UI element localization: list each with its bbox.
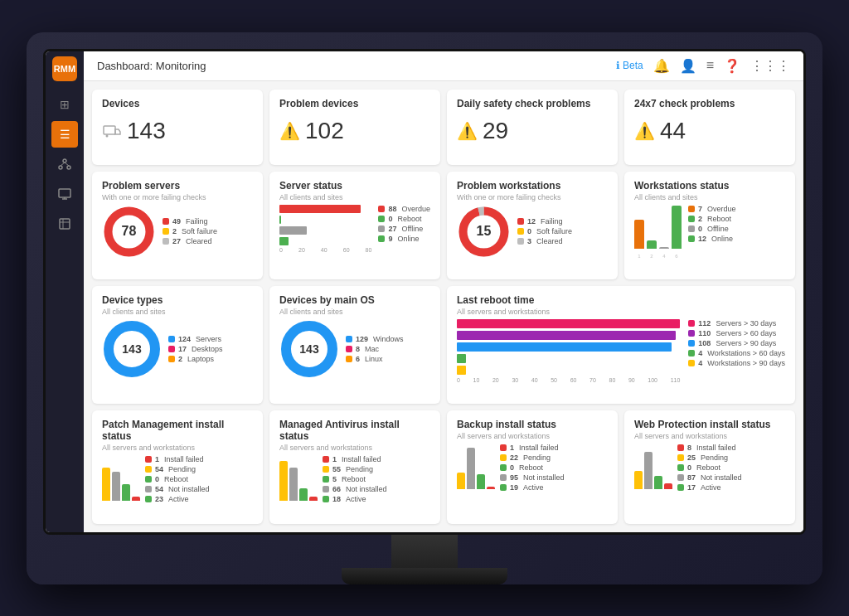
legend-dot-bk-failed: [500, 444, 507, 451]
backup-card[interactable]: Backup install status All servers and wo…: [447, 410, 618, 524]
svg-rect-8: [60, 219, 70, 229]
legend-dot-laptops: [168, 356, 175, 362]
stat-card-problem-devices[interactable]: Problem devices ⚠️ 102: [269, 90, 440, 165]
legend-wp-pending: 25Pending: [677, 454, 742, 462]
legend-dot-ws-60: [688, 350, 695, 357]
svg-rect-5: [59, 189, 70, 197]
antivirus-bar-failed: [309, 497, 318, 501]
vbar-online: [672, 206, 682, 249]
legend-av-not-installed: 66Not installed: [323, 485, 387, 493]
last-reboot-legend: 112Servers > 30 days 110Servers > 60 day…: [688, 319, 785, 383]
antivirus-subtitle: All servers and workstations: [279, 444, 430, 452]
antivirus-card[interactable]: Managed Antivirus install status All ser…: [269, 410, 440, 524]
problem-servers-card[interactable]: Problem servers With one or more failing…: [92, 172, 263, 279]
legend-dot-servers-30: [688, 320, 695, 327]
devices-main-os-card[interactable]: Devices by main OS All clients and sites…: [269, 286, 440, 404]
sidebar-icon-active[interactable]: ☰: [51, 121, 78, 148]
legend-ws-60: 4Workstations > 60 days: [688, 349, 785, 357]
sidebar-icon-network[interactable]: [51, 151, 78, 177]
legend-dot-servers-60: [688, 330, 695, 337]
last-reboot-title: Last reboot time: [457, 294, 785, 306]
sidebar-icon-monitor[interactable]: [51, 181, 78, 207]
legend-dot-bk-pending: [500, 454, 507, 461]
workstations-status-chart: 1 2 4 6 7Overdue: [634, 205, 785, 259]
server-bar-online-fill: [279, 237, 289, 245]
device-types-legend: 124Servers 17Desktops 2Laptops: [168, 335, 223, 363]
problem-servers-donut: 78: [102, 205, 156, 259]
legend-dot-ws-failing: [517, 218, 524, 225]
patch-bar-not-installed: [112, 472, 120, 501]
device-types-subtitle: All clients and sites: [102, 308, 253, 316]
device-types-card[interactable]: Device types All clients and sites 143: [92, 286, 263, 404]
problem-workstations-chart: 15 12Failing 0Soft failure: [457, 205, 608, 259]
menu-icon[interactable]: ≡: [706, 58, 714, 73]
app-layout: RMM ⊞ ☰ Dashboard: Monitoring: [46, 51, 803, 532]
grid-icon[interactable]: ⋮⋮⋮: [750, 58, 790, 74]
sidebar-icon-dashboard[interactable]: ⊞: [51, 91, 78, 118]
user-icon[interactable]: 👤: [680, 58, 696, 74]
legend-wp-reboot: 0Reboot: [677, 463, 742, 472]
server-bar-online: [279, 237, 371, 245]
reboot-bar-4: [457, 354, 680, 363]
devices-main-os-subtitle: All clients and sites: [279, 308, 430, 316]
last-reboot-card[interactable]: Last reboot time All servers and worksta…: [447, 286, 795, 404]
monitor-screen: RMM ⊞ ☰ Dashboard: Monitoring: [43, 49, 806, 535]
legend-dot-av-pending: [323, 466, 329, 473]
legend-dot-mac: [346, 346, 352, 352]
legend-overdue: 88Overdue: [378, 205, 430, 213]
legend-desktops: 17Desktops: [168, 345, 223, 353]
server-status-card[interactable]: Server status All clients and sites: [269, 172, 440, 279]
daily-safety-value: ⚠️ 29: [457, 118, 508, 144]
problem-workstations-title: Problem workstations: [457, 180, 608, 192]
legend-dot-bk-active: [500, 484, 507, 491]
devices-main-os-title: Devices by main OS: [279, 294, 430, 306]
problem-workstations-card[interactable]: Problem workstations With one or more fa…: [447, 172, 618, 279]
reboot-bar-fill-3: [457, 342, 672, 352]
server-bar-overdue: [279, 205, 371, 213]
backup-legend: 1Install failed 22Pending 0Reboot: [500, 444, 565, 492]
donut-center-workstations: 15: [477, 224, 492, 239]
legend-ws-soft: 0Soft failure: [517, 227, 572, 235]
web-protection-card[interactable]: Web Protection install status All server…: [624, 410, 795, 524]
legend-ws-cleared: 3Cleared: [517, 237, 572, 245]
stat-card-check-problems[interactable]: 24x7 check problems ⚠️ 44: [624, 90, 795, 165]
legend-dot-pm-not-installed: [145, 486, 152, 492]
legend-ws-reboot: 2Reboot: [688, 215, 736, 223]
legend-ws-failing: 12Failing: [517, 217, 572, 226]
problem-servers-subtitle: With one or more failing checks: [102, 193, 253, 201]
web-protection-legend: 8Install failed 25Pending 0Reboot: [677, 444, 742, 492]
legend-servers-30: 112Servers > 30 days: [688, 319, 785, 327]
main-content: Dashboard: Monitoring ℹ Beta 🔔 👤 ≡ ❓ ⋮⋮⋮: [84, 51, 803, 532]
legend-online: 9Online: [378, 235, 430, 243]
svg-line-4: [65, 162, 69, 166]
legend-dot-ws-reboot: [688, 216, 695, 222]
patch-management-card[interactable]: Patch Management install status All serv…: [92, 410, 263, 524]
donut-center-device-types: 143: [122, 342, 141, 356]
legend-dot-wp-failed: [677, 444, 684, 451]
svg-rect-11: [104, 126, 115, 134]
backup-bar-active: [477, 474, 485, 489]
monitor-frame: RMM ⊞ ☰ Dashboard: Monitoring: [27, 32, 822, 584]
legend-av-pending: 55Pending: [323, 465, 387, 473]
stat-card-devices[interactable]: Devices 143: [92, 90, 263, 165]
device-types-donut: 143: [102, 319, 162, 379]
help-icon[interactable]: ❓: [724, 58, 740, 74]
legend-dot-cleared: [163, 238, 169, 245]
stat-card-daily-safety[interactable]: Daily safety check problems ⚠️ 29: [447, 90, 618, 165]
bell-icon[interactable]: 🔔: [653, 58, 670, 74]
legend-dot-ws-90: [688, 360, 695, 366]
legend-dot-bk-reboot: [500, 464, 507, 471]
server-status-title: Server status: [279, 180, 430, 192]
donut-center-servers: 78: [122, 224, 137, 239]
problem-workstations-legend: 12Failing 0Soft failure 3Cleared: [517, 217, 572, 245]
daily-safety-title: Daily safety check problems: [457, 98, 590, 109]
patch-bar-failed: [132, 497, 140, 501]
server-status-subtitle: All clients and sites: [279, 193, 430, 201]
legend-dot-windows: [346, 336, 352, 342]
legend-offline: 27Offline: [378, 225, 430, 233]
legend-ws-offline: 0Offline: [688, 225, 736, 233]
sidebar-icon-display[interactable]: [51, 211, 78, 237]
legend-dot-failing: [163, 218, 169, 225]
legend-dot-wp-not-installed: [677, 474, 684, 481]
workstations-status-card[interactable]: Workstations status All clients and site…: [624, 172, 795, 279]
